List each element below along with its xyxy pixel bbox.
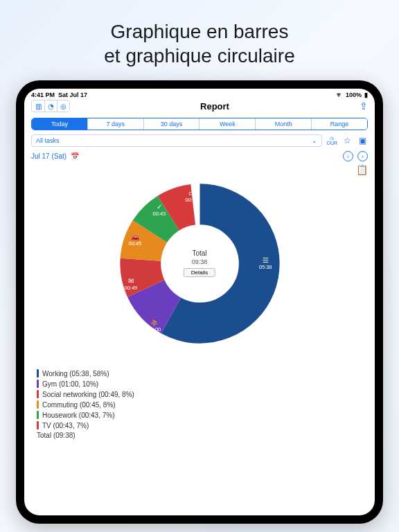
chevron-down-icon: ⌄ — [312, 137, 317, 144]
legend-item: Gym (01:00, 10%) — [37, 380, 362, 388]
slice-label-housework: ✓00:43 — [153, 203, 166, 217]
legend-item: TV (00:43, 7%) — [37, 421, 362, 429]
legend-item: Social networking (00:49, 8%) — [37, 390, 362, 398]
battery-icon: ▮ — [364, 91, 368, 98]
nav-bar: ▥ ◔ ◎ Report ⇪ — [24, 98, 375, 115]
save-preset-icon[interactable]: ▣ — [357, 136, 368, 145]
legend-item: Working (05:38, 58%) — [37, 369, 362, 378]
slice-label-working: ☰05:38 — [259, 256, 272, 270]
bar-chart-icon[interactable]: ▥ — [32, 100, 44, 112]
details-button[interactable]: Details — [184, 268, 215, 277]
donut-chart: Total 09:38 Details ☰05:38 ⛹01:00 ✉00:49… — [115, 179, 285, 348]
center-total: 09:38 — [184, 258, 215, 265]
device-frame: 4:41 PM Sat Jul 17 ᯤ 100% ▮ ▥ ◔ ◎ Report… — [16, 80, 383, 524]
seg-range[interactable]: Range — [311, 118, 367, 130]
center-title: Total — [184, 249, 215, 257]
seg-week[interactable]: Week — [199, 118, 255, 130]
star-icon[interactable]: ☆ — [342, 136, 353, 145]
filter-row: All tasks ⌄ ◷OUR ☆ ▣ — [24, 133, 375, 148]
wifi-icon: ᯤ — [337, 91, 343, 98]
legend-total: Total (09:38) — [37, 432, 362, 439]
seg-7days[interactable]: 7 days — [87, 118, 143, 130]
seg-month[interactable]: Month — [255, 118, 311, 130]
next-day-button[interactable]: › — [357, 151, 368, 161]
date-label[interactable]: Jul 17 (Sat) — [31, 152, 66, 160]
legend-item: Commuting (00:45, 8%) — [37, 400, 362, 409]
export-icon[interactable]: 📋 — [356, 164, 368, 175]
period-segmented[interactable]: Today 7 days 30 days Week Month Range — [31, 118, 368, 130]
slice-label-tv: ▭00:43 — [186, 189, 199, 203]
page-title: Report — [200, 101, 229, 112]
legend: Working (05:38, 58%) Gym (01:00, 10%) So… — [24, 364, 375, 447]
legend-item: Housework (00:43, 7%) — [37, 411, 362, 419]
pie-chart-icon[interactable]: ◔ — [44, 100, 57, 112]
date-row: Jul 17 (Sat) 📅 ‹ › — [24, 148, 375, 163]
chart-area: 📋 Total 09:38 Details — [24, 163, 375, 364]
status-bar: 4:41 PM Sat Jul 17 ᯤ 100% ▮ — [24, 89, 375, 98]
screen: 4:41 PM Sat Jul 17 ᯤ 100% ▮ ▥ ◔ ◎ Report… — [24, 89, 375, 515]
clock-our-icon[interactable]: ◷OUR — [326, 136, 337, 145]
target-icon[interactable]: ◎ — [57, 100, 69, 112]
seg-30days[interactable]: 30 days — [143, 118, 200, 130]
task-filter-select[interactable]: All tasks ⌄ — [31, 134, 322, 147]
seg-today[interactable]: Today — [32, 118, 87, 130]
slice-label-social: ✉00:49 — [125, 277, 138, 291]
promo-title: Graphique en barres et graphique circula… — [0, 0, 399, 80]
share-icon[interactable]: ⇪ — [360, 100, 368, 112]
slice-label-gym: ⛹01:00 — [148, 319, 161, 332]
prev-day-button[interactable]: ‹ — [343, 151, 353, 161]
calendar-icon[interactable]: 📅 — [71, 152, 79, 160]
chart-center: Total 09:38 Details — [184, 249, 215, 277]
slice-label-commuting: 🚗00:45 — [129, 233, 142, 247]
view-mode-toggle[interactable]: ▥ ◔ ◎ — [31, 100, 70, 112]
